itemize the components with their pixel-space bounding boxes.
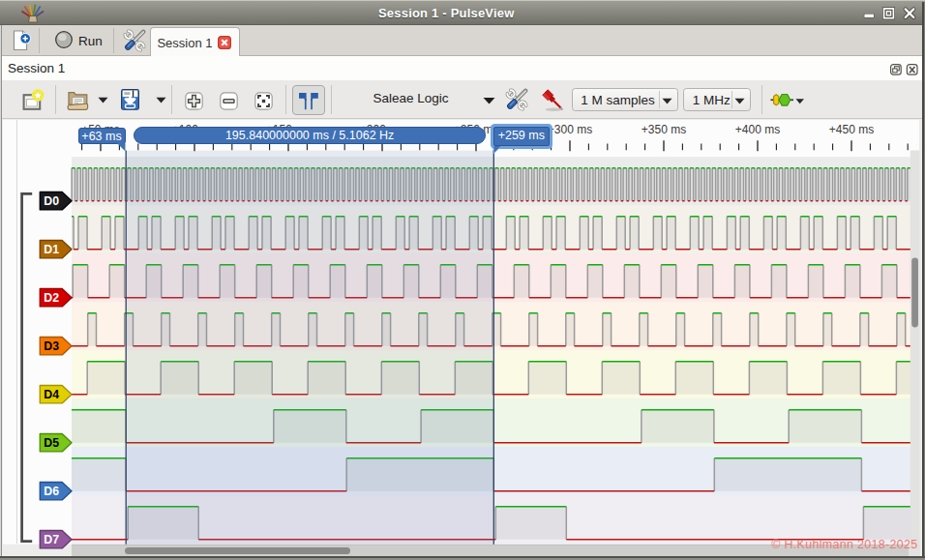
svg-text:D4: D4 bbox=[44, 388, 59, 401]
svg-text:D2: D2 bbox=[44, 291, 59, 305]
svg-text:D3: D3 bbox=[44, 339, 59, 353]
svg-text:D0: D0 bbox=[44, 194, 59, 208]
svg-text:D1: D1 bbox=[44, 243, 59, 256]
svg-text:D5: D5 bbox=[44, 436, 59, 450]
svg-text:D7: D7 bbox=[44, 533, 59, 546]
svg-text:D6: D6 bbox=[44, 485, 59, 498]
